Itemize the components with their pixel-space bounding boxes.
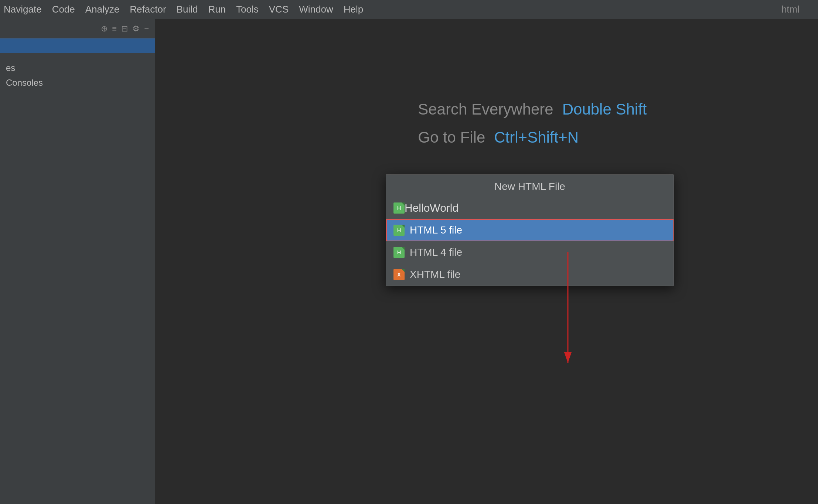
menu-vcs[interactable]: VCS: [269, 4, 289, 15]
left-panel-content: es Consoles: [0, 53, 155, 98]
dialog-title: New HTML File: [386, 175, 674, 197]
menu-analyze[interactable]: Analyze: [85, 4, 120, 15]
menu-navigate[interactable]: Navigate: [4, 4, 42, 15]
menu-refactor[interactable]: Refactor: [130, 4, 166, 15]
hint-search-everywhere: Search Everywhere Double Shift: [418, 101, 647, 118]
html5-icon: H: [393, 225, 405, 236]
context-label: html: [781, 4, 814, 15]
menubar: Navigate Code Analyze Refactor Build Run…: [0, 0, 818, 19]
menu-code[interactable]: Code: [52, 4, 75, 15]
main-area: Search Everywhere Double Shift Go to Fil…: [155, 19, 818, 504]
menu-window[interactable]: Window: [299, 4, 333, 15]
left-panel-header: [0, 38, 155, 53]
hint-goto-shortcut: Ctrl+Shift+N: [494, 129, 579, 146]
left-panel: ⊕ ≡ ⊟ ⚙ − es Consoles: [0, 19, 155, 504]
panel-item-es: es: [6, 61, 149, 75]
expand-icon[interactable]: ≡: [112, 24, 117, 34]
list-item-html5[interactable]: H HTML 5 file: [386, 219, 674, 241]
menu-tools[interactable]: Tools: [236, 4, 259, 15]
collapse-icon[interactable]: ⊟: [121, 24, 128, 34]
list-item-xhtml[interactable]: X XHTML file: [386, 263, 674, 286]
menu-run[interactable]: Run: [208, 4, 226, 15]
menu-help[interactable]: Help: [344, 4, 363, 15]
html4-icon: H: [393, 247, 405, 258]
html-file-icon: H: [393, 202, 405, 214]
hint-search-shortcut: Double Shift: [562, 101, 647, 118]
settings-icon[interactable]: ⚙: [132, 24, 140, 34]
minimize-icon[interactable]: −: [144, 24, 149, 34]
html5-label: HTML 5 file: [410, 224, 462, 236]
dialog-input-row: H: [386, 197, 674, 219]
hint-search-label: Search Everywhere: [418, 101, 553, 118]
new-html-file-dialog: New HTML File H H HTML 5 file H HTML 4 f…: [386, 174, 674, 286]
filename-input[interactable]: [405, 202, 666, 214]
add-icon[interactable]: ⊕: [101, 24, 108, 34]
menu-build[interactable]: Build: [177, 4, 198, 15]
xhtml-icon: X: [393, 269, 405, 280]
html4-label: HTML 4 file: [410, 246, 462, 258]
list-item-html4[interactable]: H HTML 4 file: [386, 241, 674, 263]
hints-container: Search Everywhere Double Shift Go to Fil…: [418, 101, 647, 146]
left-panel-toolbar: ⊕ ≡ ⊟ ⚙ −: [0, 19, 155, 38]
hint-goto-file: Go to File Ctrl+Shift+N: [418, 129, 647, 146]
panel-item-consoles: Consoles: [6, 75, 149, 90]
hint-goto-label: Go to File: [418, 129, 485, 146]
xhtml-label: XHTML file: [410, 269, 460, 280]
